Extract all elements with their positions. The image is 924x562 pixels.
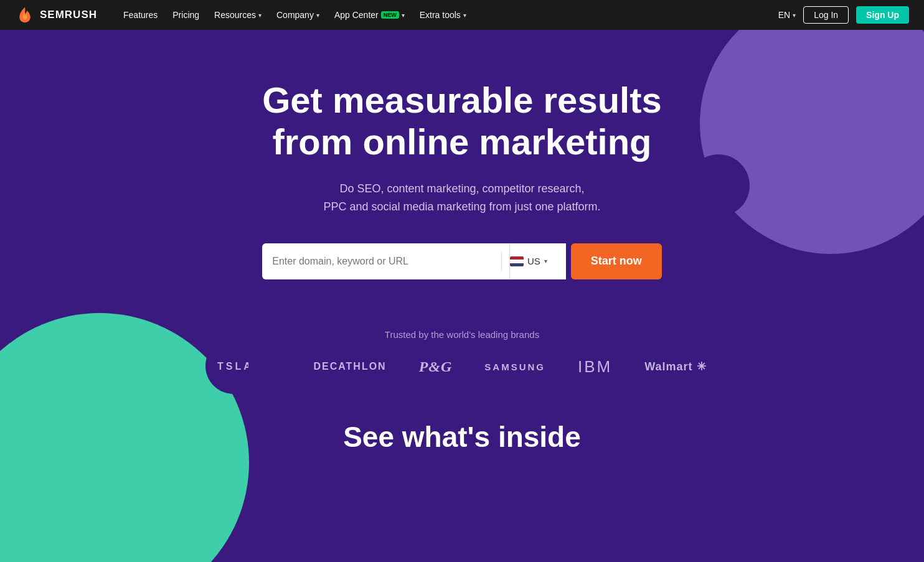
decorative-circle-purple <box>700 30 924 254</box>
svg-text:TSLA: TSLA <box>217 361 248 372</box>
walmart-logo: Walmart ✳ <box>644 360 706 373</box>
divider <box>501 252 502 271</box>
chevron-down-icon: ▾ <box>316 12 319 19</box>
samsung-logo: SAMSUNG <box>484 362 545 372</box>
pg-logo: P&G <box>419 358 453 375</box>
chevron-down-icon: ▾ <box>793 12 796 19</box>
signup-button[interactable]: Sign Up <box>856 6 909 24</box>
search-input[interactable] <box>272 256 494 267</box>
start-button[interactable]: Start now <box>571 243 662 279</box>
search-input-wrapper: US ▾ <box>262 243 566 279</box>
nav-extra-tools[interactable]: Extra tools ▾ <box>413 7 473 22</box>
hero-section: Get measurable results from online marke… <box>0 30 924 562</box>
chevron-down-icon: ▾ <box>402 12 405 19</box>
chevron-down-icon: ▾ <box>544 258 547 265</box>
logo-text: SEMRUSH <box>40 9 97 21</box>
hero-content: Get measurable results from online marke… <box>250 80 674 317</box>
language-selector[interactable]: EN ▾ <box>778 10 796 20</box>
hero-title: Get measurable results from online marke… <box>262 80 662 162</box>
brand-logos: TSLA DECATHLON P&G SAMSUNG IBM Walmart ✳ <box>25 357 899 377</box>
login-button[interactable]: Log In <box>803 6 849 24</box>
nav-links: Features Pricing Resources ▾ Company ▾ A… <box>117 7 778 22</box>
nav-company[interactable]: Company ▾ <box>270 7 326 22</box>
hero-subtitle: Do SEO, content marketing, competitor re… <box>262 180 662 216</box>
decathlon-logo: DECATHLON <box>313 361 386 372</box>
flag-icon <box>510 256 524 266</box>
nav-app-center[interactable]: App Center NEW ▾ <box>328 7 411 22</box>
country-selector[interactable]: US ▾ <box>509 243 556 279</box>
trusted-label: Trusted by the world's leading brands <box>25 329 899 340</box>
nav-resources[interactable]: Resources ▾ <box>208 7 268 22</box>
see-inside-title: See what's inside <box>0 420 924 454</box>
tesla-logo: TSLA <box>217 358 248 375</box>
trusted-section: Trusted by the world's leading brands TS… <box>0 329 924 377</box>
ibm-logo: IBM <box>578 357 612 377</box>
nav-right: EN ▾ Log In Sign Up <box>778 6 909 24</box>
see-inside-section: See what's inside <box>0 420 924 454</box>
navbar: SEMRUSH Features Pricing Resources ▾ Com… <box>0 0 924 30</box>
search-bar: US ▾ Start now <box>262 243 662 279</box>
nav-pricing[interactable]: Pricing <box>166 7 205 22</box>
new-badge: NEW <box>381 11 399 19</box>
nav-features[interactable]: Features <box>117 7 164 22</box>
logo[interactable]: SEMRUSH <box>15 6 97 24</box>
chevron-down-icon: ▾ <box>463 12 466 19</box>
chevron-down-icon: ▾ <box>258 12 262 19</box>
